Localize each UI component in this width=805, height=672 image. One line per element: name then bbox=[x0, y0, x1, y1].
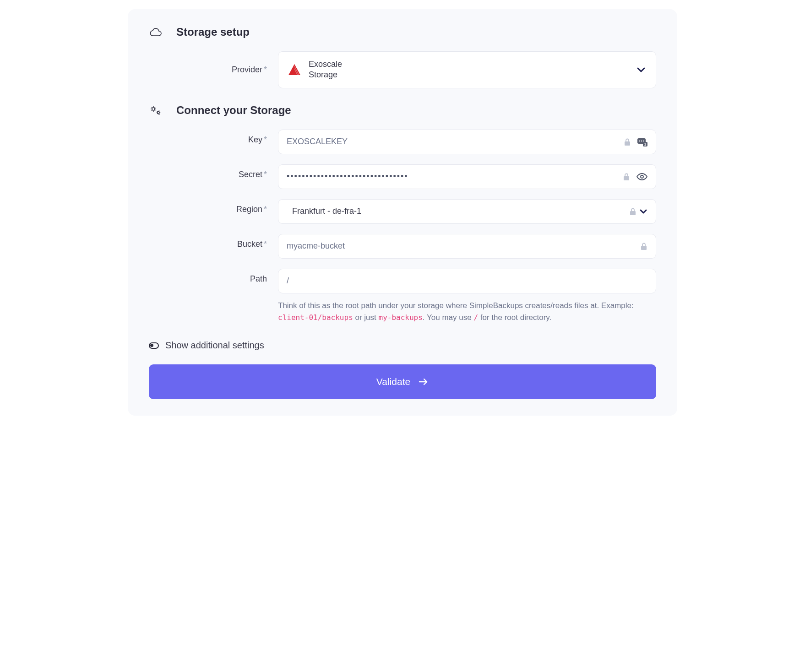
lock-icon bbox=[623, 173, 630, 181]
svg-rect-2 bbox=[625, 141, 630, 146]
svg-text:1: 1 bbox=[644, 142, 647, 146]
svg-rect-12 bbox=[641, 246, 647, 250]
eye-icon[interactable] bbox=[636, 173, 647, 181]
region-value: Frankfurt - de-fra-1 bbox=[292, 206, 361, 216]
label-region: Region* bbox=[149, 199, 278, 214]
label-bucket: Bucket* bbox=[149, 234, 278, 249]
section-header-storage-setup: Storage setup bbox=[149, 26, 656, 38]
exoscale-logo-icon bbox=[288, 64, 300, 75]
secret-input[interactable] bbox=[287, 172, 623, 181]
provider-select[interactable]: Exoscale Storage bbox=[278, 51, 656, 88]
chevron-down-icon bbox=[639, 209, 647, 214]
section-header-connect: Connect your Storage bbox=[149, 104, 656, 117]
lock-icon bbox=[640, 242, 647, 250]
bucket-input-wrap bbox=[278, 234, 656, 259]
lock-icon bbox=[629, 207, 636, 216]
path-input[interactable] bbox=[287, 276, 647, 286]
section-title-connect: Connect your Storage bbox=[176, 104, 291, 117]
gears-icon bbox=[149, 105, 163, 116]
label-provider: Provider* bbox=[149, 65, 278, 75]
form-row-path: Path Think of this as the root path unde… bbox=[149, 269, 656, 324]
form-row-key: Key* bbox=[149, 130, 656, 154]
additional-settings-toggle[interactable] bbox=[149, 342, 159, 349]
svg-point-10 bbox=[641, 175, 643, 178]
lock-icon bbox=[624, 138, 631, 146]
chevron-down-icon bbox=[636, 66, 646, 73]
label-key: Key* bbox=[149, 130, 278, 145]
arrow-right-icon bbox=[419, 378, 429, 386]
storage-setup-panel: Storage setup Provider* Exoscale bbox=[128, 9, 677, 416]
additional-settings-toggle-row: Show additional settings bbox=[149, 340, 656, 351]
section-title: Storage setup bbox=[176, 26, 250, 38]
label-secret: Secret* bbox=[149, 164, 278, 179]
provider-name-line2: Storage bbox=[309, 70, 342, 80]
svg-point-1 bbox=[158, 112, 159, 114]
key-input-wrap: 1 bbox=[278, 130, 656, 154]
secret-input-wrap bbox=[278, 164, 656, 189]
svg-rect-9 bbox=[624, 176, 629, 180]
provider-name-line1: Exoscale bbox=[309, 59, 342, 70]
cloud-icon bbox=[149, 27, 163, 37]
path-input-wrap bbox=[278, 269, 656, 293]
svg-point-6 bbox=[643, 141, 644, 141]
svg-rect-11 bbox=[630, 211, 636, 215]
label-path: Path bbox=[149, 269, 278, 284]
region-select[interactable]: Frankfurt - de-fra-1 bbox=[278, 199, 656, 224]
form-row-provider: Provider* Exoscale Storage bbox=[149, 51, 656, 88]
svg-point-4 bbox=[639, 141, 640, 141]
svg-point-0 bbox=[152, 108, 155, 110]
path-help-text: Think of this as the root path under you… bbox=[278, 300, 656, 324]
bucket-input[interactable] bbox=[287, 241, 640, 251]
form-row-region: Region* Frankfurt - de-fra-1 bbox=[149, 199, 656, 224]
key-input[interactable] bbox=[287, 137, 624, 146]
validate-button[interactable]: Validate bbox=[149, 364, 656, 399]
password-manager-icon[interactable]: 1 bbox=[637, 137, 647, 146]
validate-button-label: Validate bbox=[376, 376, 410, 387]
svg-point-5 bbox=[641, 141, 642, 141]
form-row-secret: Secret* bbox=[149, 164, 656, 189]
form-row-bucket: Bucket* bbox=[149, 234, 656, 259]
additional-settings-label: Show additional settings bbox=[165, 340, 264, 351]
